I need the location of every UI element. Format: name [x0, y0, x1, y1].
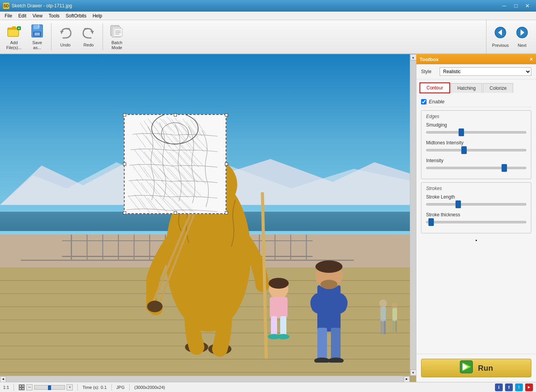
handle-bc[interactable]	[174, 211, 177, 214]
smudging-slider[interactable]	[426, 129, 526, 135]
window-controls: ─ □ ✕	[499, 2, 533, 10]
h-scroll-track[interactable]	[6, 376, 404, 382]
style-select[interactable]: Realistic Pencil Charcoal Ink	[440, 67, 531, 76]
midtones-slider[interactable]	[426, 147, 526, 153]
stroke-length-thumb[interactable]	[456, 200, 461, 208]
tab-content: Enable Edges Smudging Midtones Intensity	[416, 93, 536, 354]
tab-contour[interactable]: Contour	[420, 82, 450, 93]
svg-rect-63	[317, 328, 327, 361]
status-bar: 1:1 ─ + Time (s): 0.1 JPG (3000x2000x24)	[0, 382, 536, 392]
menu-softorbits[interactable]: SoftOrbits	[63, 12, 89, 19]
zoom-ratio-label: 1:1	[3, 385, 9, 390]
sketch-overlay[interactable]	[124, 114, 226, 214]
save-as-label: Saveas...	[32, 40, 42, 50]
run-area: Run	[416, 354, 536, 382]
menu-edit[interactable]: Edit	[15, 12, 29, 19]
time-value: 0.1	[101, 385, 106, 390]
info-button[interactable]: i	[495, 383, 503, 391]
zoom-slider[interactable]	[34, 385, 65, 390]
status-sep-2	[77, 384, 78, 391]
svg-rect-177	[22, 388, 24, 390]
save-as-button[interactable]: Saveas...	[26, 22, 48, 51]
svg-point-74	[379, 300, 387, 307]
minimize-button[interactable]: ─	[499, 2, 510, 10]
handle-tl[interactable]	[123, 113, 126, 116]
close-button[interactable]: ✕	[522, 2, 533, 10]
stroke-thickness-slider[interactable]	[426, 219, 526, 225]
save-as-icon	[29, 23, 45, 39]
canvas-area[interactable]: ◄ ► ▲ ▼	[0, 54, 416, 382]
menu-tools[interactable]: Tools	[46, 12, 63, 19]
previous-icon	[493, 26, 508, 41]
intensity-slider[interactable]	[426, 165, 526, 171]
scroll-left-button[interactable]: ◄	[0, 376, 6, 382]
toolbox-close-button[interactable]: ×	[530, 56, 533, 62]
maximize-button[interactable]: □	[510, 2, 521, 10]
svg-point-78	[392, 302, 398, 308]
fit-button[interactable]	[19, 384, 25, 390]
next-button[interactable]: Next	[511, 22, 533, 51]
batch-mode-button[interactable]: BatchMode	[106, 22, 128, 51]
toolbar: + AddFile(s)... Saveas...	[0, 20, 536, 54]
zoom-out-button[interactable]: ─	[26, 384, 33, 390]
stroke-length-slider-row: Stroke Length	[426, 194, 526, 207]
h-scrollbar[interactable]: ◄ ►	[0, 376, 410, 382]
title-bar-left: SD Sketch Drawer - otp-1711.jpg	[3, 3, 72, 9]
handle-ml[interactable]	[123, 163, 126, 166]
add-files-button[interactable]: + AddFile(s)...	[3, 22, 25, 51]
svg-rect-8	[34, 33, 40, 36]
intensity-slider-row: Intensity	[426, 158, 526, 171]
enable-checkbox[interactable]	[421, 99, 426, 104]
midtones-track	[426, 149, 526, 151]
main-area: ◄ ► ▲ ▼ Toolbox × Style Realistic Pencil…	[0, 54, 536, 382]
format-display: JPG	[116, 385, 125, 390]
undo-label: Undo	[60, 43, 70, 48]
stroke-length-label: Stroke Length	[426, 194, 526, 200]
v-scroll-track[interactable]	[410, 60, 416, 370]
intensity-thumb[interactable]	[502, 164, 507, 172]
tab-hatching[interactable]: Hatching	[451, 83, 482, 93]
handle-tr[interactable]	[225, 113, 228, 116]
background-people	[377, 296, 401, 343]
undo-button[interactable]: Undo	[55, 22, 76, 51]
tabs-row: Contour Hatching Colorize	[416, 79, 536, 93]
midtones-label: Midtones Intensity	[426, 140, 526, 146]
stroke-thickness-thumb[interactable]	[428, 218, 434, 226]
menu-file[interactable]: File	[2, 12, 15, 19]
tab-colorize[interactable]: Colorize	[483, 83, 513, 93]
previous-button[interactable]: Previous	[490, 22, 511, 51]
scroll-right-button[interactable]: ►	[404, 376, 410, 382]
svg-rect-64	[331, 328, 341, 361]
handle-bl[interactable]	[123, 211, 126, 214]
run-button[interactable]: Run	[421, 359, 531, 377]
svg-rect-174	[19, 385, 21, 387]
scroll-down-button[interactable]: ▼	[410, 370, 416, 376]
twitter-button[interactable]: t	[515, 383, 523, 391]
svg-text:+: +	[18, 26, 20, 31]
youtube-button[interactable]: ▶	[525, 383, 533, 391]
midtones-thumb[interactable]	[461, 146, 467, 154]
status-sep-1	[14, 384, 14, 391]
zoom-slider-thumb[interactable]	[48, 385, 51, 390]
menu-view[interactable]: View	[29, 12, 46, 19]
v-scrollbar[interactable]: ▲ ▼	[410, 54, 416, 376]
facebook-icon: f	[508, 385, 510, 390]
handle-mr[interactable]	[225, 163, 228, 166]
enable-label: Enable	[429, 99, 444, 104]
handle-br[interactable]	[225, 211, 228, 214]
smudging-track	[426, 131, 526, 134]
zoom-in-button[interactable]: +	[67, 384, 73, 390]
redo-button[interactable]: Redo	[78, 22, 99, 51]
menu-help[interactable]: Help	[89, 12, 105, 19]
smudging-thumb[interactable]	[459, 128, 464, 136]
next-label: Next	[518, 43, 527, 48]
strokes-title: Strokes	[426, 186, 526, 191]
scroll-up-button[interactable]: ▲	[410, 54, 416, 60]
stroke-length-slider[interactable]	[426, 201, 526, 207]
youtube-icon: ▶	[528, 385, 530, 389]
handle-tc[interactable]	[174, 113, 177, 116]
toolbar-sep-1	[51, 23, 51, 50]
format-label: JPG	[116, 385, 125, 390]
style-row: Style Realistic Pencil Charcoal Ink	[416, 64, 536, 79]
facebook-button[interactable]: f	[505, 383, 513, 391]
